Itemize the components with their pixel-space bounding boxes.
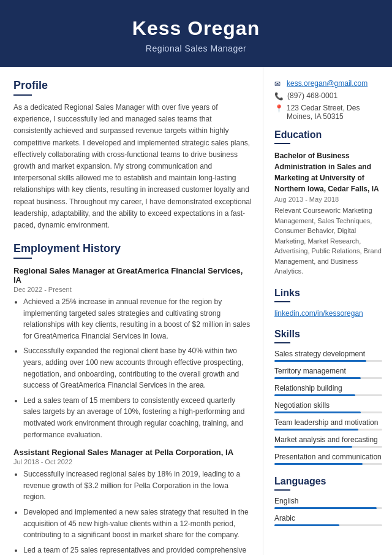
skill-3: Relationship building — [274, 384, 382, 396]
email-link[interactable]: kess.oregan@gmail.com — [287, 79, 368, 88]
skill-2-bar-bg — [274, 377, 382, 379]
skill-7-bar-fill — [274, 463, 363, 465]
lang-2: Arabic — [274, 514, 382, 526]
job-2-bullet-1: Successfully increased regional sales by… — [23, 469, 252, 503]
skill-5-label: Team leadership and motivation — [274, 418, 382, 427]
job-2-date: Jul 2018 - Oct 2022 — [13, 458, 252, 465]
edu-coursework: Relevant Coursework: Marketing Managemen… — [274, 205, 382, 277]
skill-1-label: Sales strategy development — [274, 350, 382, 358]
linkedin-link[interactable]: linkedin.com/in/kessoregan — [274, 309, 363, 318]
profile-text: As a dedicated Regional Sales Manager wi… — [13, 102, 252, 231]
lang-2-bar-fill — [274, 524, 339, 526]
resume-page: Kess Oregan Regional Sales Manager Profi… — [0, 0, 392, 555]
skill-4-bar-bg — [274, 411, 382, 413]
skill-1-bar-bg — [274, 360, 382, 362]
job-1-bullets: Achieved a 25% increase in annual revenu… — [13, 296, 252, 440]
employment-title: Employment History — [13, 242, 252, 255]
contact-email-item: ✉ kess.oregan@gmail.com — [274, 79, 382, 88]
employment-section: Employment History Regional Sales Manage… — [13, 242, 252, 555]
contact-phone-item: 📞 (897) 468-0001 — [274, 91, 382, 101]
contact-section: ✉ kess.oregan@gmail.com 📞 (897) 468-0001… — [274, 79, 382, 121]
skill-3-label: Relationship building — [274, 384, 382, 392]
job-1-bullet-2: Successfully expanded the regional clien… — [23, 345, 252, 391]
skill-2-bar-fill — [274, 377, 361, 379]
header: Kess Oregan Regional Sales Manager — [0, 0, 392, 67]
location-icon: 📍 — [274, 104, 283, 113]
languages-title: Languages — [274, 476, 382, 487]
skill-6-bar-fill — [274, 446, 352, 448]
skill-4: Negotiation skills — [274, 401, 382, 413]
lang-1-bar-bg — [274, 507, 382, 509]
links-divider — [274, 301, 290, 302]
lang-1: English — [274, 497, 382, 509]
links-section: Links linkedin.com/in/kessoregan — [274, 288, 382, 318]
skill-3-bar-bg — [274, 394, 382, 396]
job-1-title: Regional Sales Manager at GreatAmerica F… — [13, 266, 252, 285]
edu-date: Aug 2013 - May 2018 — [274, 196, 382, 203]
lang-2-bar-bg — [274, 524, 382, 526]
employment-divider — [13, 258, 32, 259]
candidate-title: Regional Sales Manager — [12, 44, 380, 53]
email-icon: ✉ — [274, 80, 283, 88]
languages-section: Languages English Arabic — [274, 476, 382, 526]
skill-6: Market analysis and forecasting — [274, 435, 382, 448]
job-2-bullet-3: Led a team of 25 sales representatives a… — [23, 545, 252, 555]
lang-1-bar-fill — [274, 507, 377, 509]
job-2: Assistant Regional Sales Manager at Pell… — [13, 448, 252, 555]
edu-degree: Bachelor of Business Administration in S… — [274, 150, 382, 194]
phone-text: (897) 468-0001 — [287, 91, 337, 100]
job-2-bullet-2: Developed and implemented a new sales st… — [23, 507, 252, 541]
education-title: Education — [274, 129, 382, 140]
profile-section: Profile As a dedicated Regional Sales Ma… — [13, 79, 252, 231]
profile-divider — [13, 94, 32, 96]
left-column: Profile As a dedicated Regional Sales Ma… — [0, 67, 263, 555]
job-2-bullets: Successfully increased regional sales by… — [13, 469, 252, 555]
skill-6-label: Market analysis and forecasting — [274, 435, 382, 444]
education-divider — [274, 143, 290, 144]
skill-6-bar-bg — [274, 446, 382, 448]
skill-7-bar-bg — [274, 463, 382, 465]
links-title: Links — [274, 288, 382, 299]
skill-5: Team leadership and motivation — [274, 418, 382, 431]
right-column: ✉ kess.oregan@gmail.com 📞 (897) 468-0001… — [263, 67, 392, 555]
job-2-title: Assistant Regional Sales Manager at Pell… — [13, 448, 252, 457]
skill-7: Presentation and communication — [274, 453, 382, 465]
phone-icon: 📞 — [274, 92, 284, 101]
job-1-date: Dec 2022 - Present — [13, 286, 252, 293]
skills-divider — [274, 342, 290, 343]
skill-7-label: Presentation and communication — [274, 453, 382, 461]
skill-4-bar-fill — [274, 411, 361, 413]
skill-5-bar-bg — [274, 429, 382, 431]
address-text: 123 Cedar Street, Des Moines, IA 50315 — [287, 104, 382, 121]
job-1-bullet-3: Led a sales team of 15 members to consis… — [23, 395, 252, 440]
languages-divider — [274, 489, 290, 491]
body-container: Profile As a dedicated Regional Sales Ma… — [0, 67, 392, 555]
skill-2-label: Territory management — [274, 367, 382, 375]
lang-2-label: Arabic — [274, 514, 382, 522]
education-section: Education Bachelor of Business Administr… — [274, 129, 382, 277]
skill-1: Sales strategy development — [274, 350, 382, 362]
skills-title: Skills — [274, 329, 382, 340]
skill-3-bar-fill — [274, 394, 355, 396]
skill-2: Territory management — [274, 367, 382, 379]
profile-title: Profile — [13, 79, 252, 92]
job-1: Regional Sales Manager at GreatAmerica F… — [13, 266, 252, 440]
candidate-name: Kess Oregan — [12, 17, 380, 40]
lang-1-label: English — [274, 497, 382, 505]
skills-section: Skills Sales strategy development Territ… — [274, 329, 382, 465]
skill-1-bar-fill — [274, 360, 366, 362]
skill-4-label: Negotiation skills — [274, 401, 382, 410]
job-1-bullet-1: Achieved a 25% increase in annual revenu… — [23, 296, 252, 342]
skill-5-bar-fill — [274, 429, 358, 431]
contact-address-item: 📍 123 Cedar Street, Des Moines, IA 50315 — [274, 104, 382, 121]
